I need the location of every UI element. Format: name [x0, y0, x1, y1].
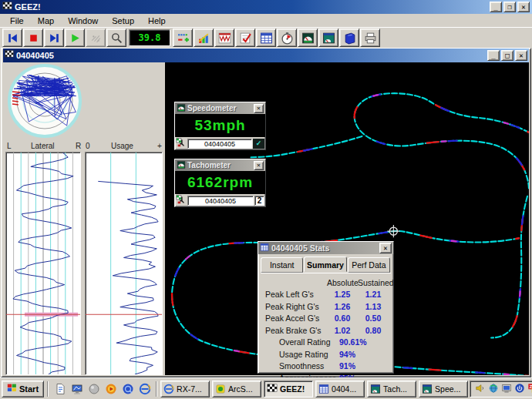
tab-instant[interactable]: Instant	[261, 257, 303, 273]
gg-friction-circle-plot[interactable]	[5, 62, 89, 141]
session-minimize-button[interactable]: _	[487, 50, 500, 61]
taskbar-task-0404[interactable]: 0404...	[315, 381, 365, 397]
scale-adjust-button[interactable]	[173, 28, 193, 47]
lateral-strip-chart[interactable]	[5, 152, 81, 375]
quicklaunch-media-player[interactable]	[103, 381, 119, 397]
tab-summary[interactable]: Summary	[304, 256, 346, 272]
table-icon	[260, 243, 269, 252]
stopwatch-button[interactable]	[277, 28, 297, 47]
main-titlebar[interactable]: GEEZ! _ ❐ ✕	[0, 0, 532, 14]
tray-display-icon[interactable]	[501, 383, 512, 395]
quicklaunch-webcam[interactable]	[86, 381, 102, 397]
tray-zonealarm-icon[interactable]: ZA	[527, 383, 532, 395]
speedometer-close-button[interactable]: ✕	[254, 104, 264, 113]
flag-arrow-icon	[176, 137, 187, 149]
tab-perf-data[interactable]: Perf Data	[348, 257, 390, 273]
restore-button[interactable]: ❐	[503, 2, 516, 12]
tachometer-close-button[interactable]: ✕	[254, 161, 264, 170]
stats-table-button[interactable]	[256, 28, 276, 47]
print-button[interactable]	[360, 28, 380, 47]
taskbar-task-spee[interactable]: Spee...	[419, 381, 468, 397]
rating-value: 91%	[339, 361, 355, 370]
menu-window[interactable]: Window	[61, 15, 105, 27]
gauge-icon	[177, 160, 186, 171]
session-maximize-button[interactable]: □	[501, 50, 513, 61]
stats-titlebar[interactable]: 04040405 Stats ✕	[258, 242, 393, 254]
gauge-window-button[interactable]	[318, 28, 338, 47]
tachometer-titlebar[interactable]: Tachometer ✕	[175, 159, 265, 171]
rating-label: Smoothness	[261, 361, 339, 370]
quicklaunch-editor[interactable]	[52, 381, 68, 397]
tray-speaker-icon[interactable]	[475, 383, 486, 395]
gauge-button[interactable]	[298, 28, 318, 47]
session-content: L Lateral R 0 Usage +	[3, 62, 529, 375]
goto-start-button[interactable]	[2, 28, 22, 47]
stats-close-button[interactable]: ✕	[379, 243, 392, 253]
stats-window: 04040405 Stats ✕ InstantSummaryPerf Data…	[258, 241, 394, 374]
gauge-window-icon	[370, 384, 381, 394]
play-button[interactable]	[65, 28, 85, 47]
checkered-flag-icon	[267, 384, 278, 394]
stats-body: Absolute Sustained Peak Left G's1.251.21…	[261, 273, 391, 384]
speaker-icon	[475, 383, 486, 394]
tray-power-icon[interactable]	[514, 383, 525, 395]
close-button[interactable]: ✕	[517, 2, 530, 12]
logbook-button[interactable]	[339, 28, 359, 47]
goto-end-button[interactable]	[44, 28, 64, 47]
quicklaunch-quicktime[interactable]	[120, 381, 136, 397]
menu-setup[interactable]: Setup	[105, 15, 141, 27]
magnifier-icon	[110, 32, 123, 45]
menu-map[interactable]: Map	[31, 15, 61, 27]
media-player-icon	[105, 383, 117, 395]
minimize-button[interactable]: _	[490, 2, 502, 12]
analysis-panel: L Lateral R 0 Usage +	[3, 62, 165, 375]
stats-column-headers: Absolute Sustained	[261, 277, 391, 289]
speedometer-session-field[interactable]: 04040405	[187, 139, 252, 149]
flag-arrow-icon	[176, 194, 187, 206]
tachometer-widget: Tachometer ✕ 6162rpm 04040405 2	[174, 159, 266, 207]
column-absolute: Absolute	[327, 278, 358, 287]
report-button[interactable]	[235, 28, 255, 47]
tray-globe-icon[interactable]	[488, 383, 499, 395]
zoom-button[interactable]	[106, 28, 126, 47]
bar-chart-icon	[197, 32, 210, 45]
quicklaunch-internet-explorer[interactable]	[136, 381, 153, 397]
table-icon	[318, 384, 329, 394]
taskbar-task-arcs[interactable]: ArcS...	[212, 381, 261, 397]
tachometer-session-field[interactable]: 04040405	[187, 196, 254, 206]
waveform-button[interactable]	[214, 28, 234, 47]
app-checkered-flag-icon	[2, 2, 12, 13]
stats-row: Peak Brake G's1.020.80	[261, 324, 391, 337]
menu-file[interactable]: File	[3, 15, 31, 27]
session-titlebar[interactable]: 04040405 _ □ ✕	[3, 49, 529, 62]
checklist-icon	[239, 32, 252, 45]
gray-ball-icon	[88, 383, 100, 395]
stop-button[interactable]	[23, 28, 43, 47]
document-icon	[54, 383, 66, 395]
stat-sustained-value: 1.21	[358, 290, 389, 299]
stats-row: Peak Accel G's0.600.50	[261, 313, 391, 325]
start-button[interactable]: Start	[2, 381, 44, 397]
quicklaunch-show-desktop[interactable]	[69, 381, 85, 397]
taskbar-task-rx7[interactable]: RX-7...	[160, 381, 210, 397]
stat-label: Peak Accel G's	[261, 314, 327, 323]
speedometer-titlebar[interactable]: Speedometer ✕	[175, 102, 265, 114]
track-map-area[interactable]: Speedometer ✕ 53mph 04040405 ✓ Tachomete…	[165, 62, 529, 375]
stats-title: 04040405 Stats	[271, 243, 379, 253]
power-icon	[514, 383, 525, 394]
usage-strip-chart[interactable]	[85, 152, 163, 375]
tachometer-title: Tachometer	[187, 161, 254, 169]
stat-absolute-value: 1.02	[327, 326, 358, 335]
stat-sustained-value: 0.80	[358, 326, 389, 335]
usage-left-label: 0	[86, 142, 90, 150]
session-close-button[interactable]: ✕	[515, 50, 527, 61]
chart-button[interactable]	[194, 28, 214, 47]
taskbar-task-tach[interactable]: Tach...	[367, 381, 416, 397]
taskbar-task-geez[interactable]: GEEZ!	[264, 381, 313, 397]
speedometer-mode-badge[interactable]: ✓	[253, 139, 264, 149]
menu-help[interactable]: Help	[141, 15, 173, 27]
flag-arrow-icon	[176, 137, 187, 148]
stat-label: Peak Left G's	[261, 290, 327, 299]
table-icon	[260, 243, 269, 253]
checkered-flag-icon	[5, 50, 14, 59]
